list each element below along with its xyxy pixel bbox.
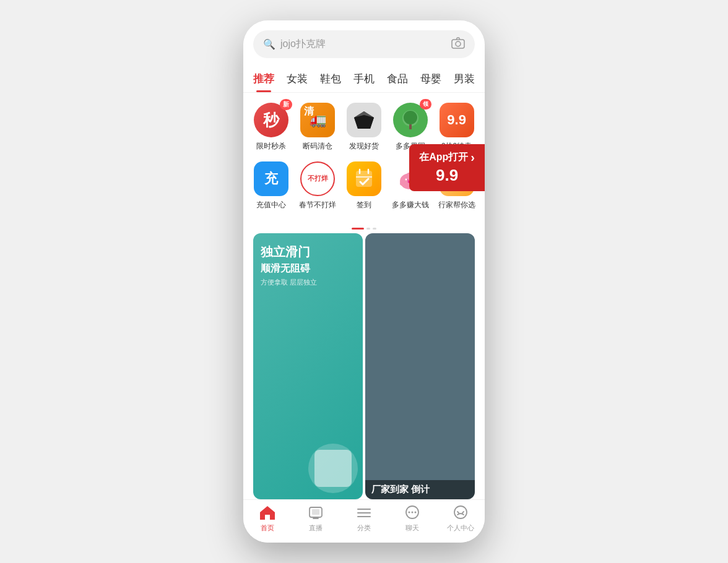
svg-rect-26 xyxy=(312,509,319,515)
tab-womens[interactable]: 女装 xyxy=(287,66,308,92)
banner-text-left: 独立滑门 顺滑无阻碍 方便拿取 层层独立 xyxy=(261,243,317,288)
recharge-label: 充值中心 xyxy=(256,200,286,210)
search-input[interactable]: jojo扑克牌 xyxy=(280,38,446,51)
camera-icon[interactable] xyxy=(451,37,465,52)
nav-item-chat[interactable]: 聊天 xyxy=(394,505,431,533)
svg-point-34 xyxy=(412,512,414,514)
svg-rect-0 xyxy=(452,40,464,48)
garden-badge: 领 xyxy=(420,99,431,110)
phone-frame: 🔍 jojo扑克牌 推荐 女装 鞋包 手机 食品 母婴 男装 在App打开 › … xyxy=(243,20,485,543)
clearance-label: 断码清仓 xyxy=(303,141,332,152)
icon-item-nobreak[interactable]: 不打烊 春节不打烊 xyxy=(297,161,339,210)
svg-line-38 xyxy=(462,512,464,513)
banner-card-right[interactable]: 厂家到家 倒计 xyxy=(365,233,475,499)
home-icon xyxy=(259,505,276,521)
dot-active xyxy=(352,228,364,230)
tab-recommend[interactable]: 推荐 xyxy=(253,66,274,92)
tab-food[interactable]: 食品 xyxy=(387,66,408,92)
search-icon: 🔍 xyxy=(263,38,275,50)
icon-item-seckill[interactable]: 秒 新 限时秒杀 xyxy=(250,103,292,152)
live-nav-label: 直播 xyxy=(309,523,323,533)
chat-icon xyxy=(404,505,421,521)
tab-shoes[interactable]: 鞋包 xyxy=(320,66,341,92)
bottom-nav: 首页 直播 分类 xyxy=(243,499,485,543)
nobreak-label: 春节不打烊 xyxy=(299,200,336,210)
category-nav-label: 分类 xyxy=(357,523,371,533)
home-nav-label: 首页 xyxy=(261,523,274,533)
chat-nav-label: 聊天 xyxy=(405,523,419,533)
svg-point-6 xyxy=(404,111,417,124)
app-open-banner[interactable]: 在App打开 › 9.9 xyxy=(409,144,485,191)
live-icon xyxy=(307,505,324,521)
category-icon xyxy=(355,505,373,521)
svg-line-37 xyxy=(457,512,459,513)
profile-nav-label: 个人中心 xyxy=(447,523,474,533)
tab-phone[interactable]: 手机 xyxy=(353,66,375,92)
nav-item-profile[interactable]: 个人中心 xyxy=(442,505,479,533)
scroll-indicator xyxy=(243,225,485,233)
profile-icon xyxy=(452,505,469,521)
banner-overlay-right: 厂家到家 倒计 xyxy=(365,480,475,499)
svg-marker-4 xyxy=(354,115,374,129)
search-bar[interactable]: 🔍 jojo扑克牌 xyxy=(253,30,475,58)
piggy-label: 多多赚大钱 xyxy=(392,200,429,210)
product-decoration-left xyxy=(308,444,358,493)
svg-marker-24 xyxy=(260,506,275,520)
dot-inactive-2 xyxy=(373,228,376,230)
icon-item-clearance[interactable]: 🚛 清 断码清仓 xyxy=(297,103,339,152)
banner-section: 独立滑门 顺滑无阻碍 方便拿取 层层独立 厂家到家 倒计 xyxy=(243,233,485,499)
diamond-label: 发现好货 xyxy=(349,141,379,152)
seckill-badge: 新 xyxy=(280,99,292,110)
tab-mens[interactable]: 男装 xyxy=(454,66,475,92)
svg-point-13 xyxy=(400,182,405,186)
category-tabs: 推荐 女装 鞋包 手机 食品 母婴 男装 xyxy=(243,66,485,93)
app-open-label: 在App打开 › xyxy=(419,150,475,165)
banner-card-left[interactable]: 独立滑门 顺滑无阻碍 方便拿取 层层独立 xyxy=(253,233,363,499)
svg-point-1 xyxy=(456,41,461,46)
nav-item-home[interactable]: 首页 xyxy=(249,505,286,533)
nav-item-category[interactable]: 分类 xyxy=(345,505,383,533)
icon-item-recharge[interactable]: 充 充值中心 xyxy=(250,161,292,210)
svg-rect-7 xyxy=(409,124,412,129)
nav-item-live[interactable]: 直播 xyxy=(297,505,334,533)
tab-maternity[interactable]: 母婴 xyxy=(420,66,441,92)
expert-label: 行家帮你选 xyxy=(438,200,475,210)
icon-item-signin[interactable]: 签到 xyxy=(343,161,385,210)
svg-point-35 xyxy=(415,512,417,514)
icon-item-diamond[interactable]: 发现好货 xyxy=(343,103,385,152)
svg-point-36 xyxy=(454,506,467,518)
svg-point-33 xyxy=(409,512,410,514)
seckill-label: 限时秒杀 xyxy=(256,141,286,152)
search-bar-container: 🔍 jojo扑克牌 xyxy=(243,20,485,66)
app-open-price: 9.9 xyxy=(436,166,458,185)
dot-inactive-1 xyxy=(366,228,370,230)
signin-label: 签到 xyxy=(357,200,371,210)
